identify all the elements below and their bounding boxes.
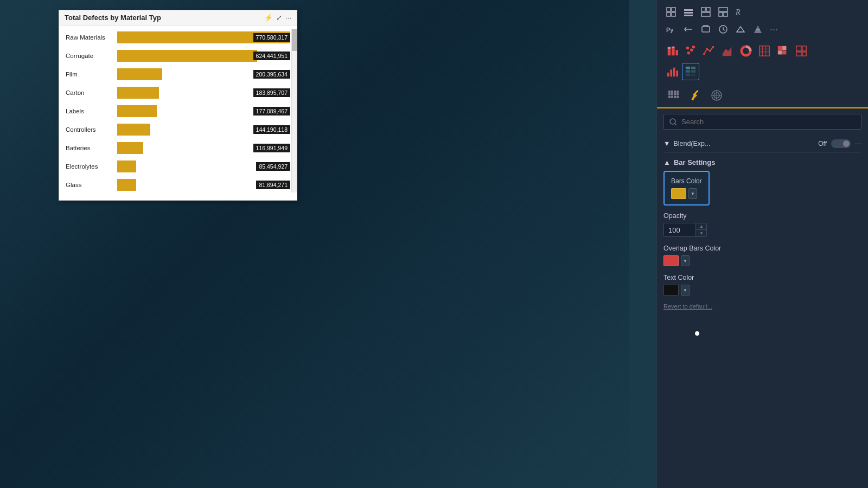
svg-rect-40 [778,46,782,50]
blend-chevron-down[interactable]: ▼ [663,140,670,147]
svg-point-29 [692,46,695,49]
viz-icon-line[interactable] [700,42,718,60]
viz-icon-tiles[interactable] [682,63,699,80]
viz-icon-2[interactable] [793,42,810,60]
ellipsis-label: ··· [768,24,780,35]
bar-value: 81,694,271 [256,181,290,189]
scrollbar-thumb [292,29,297,51]
svg-rect-41 [782,46,786,50]
tb-icon-8[interactable] [716,22,731,37]
svg-rect-43 [782,50,786,54]
tb-icon-9[interactable] [733,22,748,37]
overlap-color-swatch[interactable] [663,255,679,266]
svg-rect-7 [701,8,705,11]
tb-icon-py[interactable]: Py [663,22,679,37]
bar-fill [117,142,143,154]
blend-section-row: ▼ Blend(Exp... Off — [663,135,861,153]
tb-icon-7[interactable] [698,22,713,37]
toolbar-row-2: Py ··· [663,22,861,37]
svg-rect-8 [706,8,710,11]
svg-line-76 [675,124,676,125]
svg-point-31 [706,48,709,50]
grid-tb-icon[interactable] [663,86,683,105]
svg-rect-57 [691,74,695,76]
chart-body: Raw Materials770,580,317Corrugate624,441… [59,25,297,200]
svg-point-26 [686,47,690,50]
tb-icon-2[interactable] [681,4,696,20]
tb-icon-5[interactable]: R [733,4,748,20]
toolbar-top: R Py ··· [657,0,868,39]
svg-rect-5 [684,12,693,14]
svg-rect-10 [719,8,727,11]
svg-rect-58 [668,91,671,93]
tb-icon-3[interactable] [698,4,713,20]
bars-color-swatch[interactable] [671,188,686,199]
viz-icon-table[interactable] [756,42,773,60]
viz-icon-donut[interactable] [737,42,755,60]
svg-point-33 [712,46,714,48]
bar-settings-chevron[interactable]: ▲ [663,158,671,166]
bar-row: Labels177,089,467 [66,104,290,119]
bar-value: 770,580,317 [253,33,290,42]
revert-link[interactable]: Revert to default... [663,303,861,314]
opacity-down[interactable]: ▼ [696,230,707,236]
bar-row: Glass81,694,271 [66,177,290,192]
paint-tb-icon[interactable] [685,86,705,105]
toggle-line: — [855,140,861,147]
bar-label: Controllers [66,126,117,133]
more-icon[interactable]: ··· [285,14,291,22]
svg-rect-6 [684,15,693,16]
bars-color-swatch-row: ▼ [671,188,702,199]
search-icon [669,118,677,126]
bar-value: 116,991,949 [253,144,290,152]
svg-rect-51 [676,70,678,76]
bar-value: 624,441,951 [253,52,290,60]
bars-color-dropdown[interactable]: ▼ [688,188,697,199]
bar-settings-header: ▲ Bar Settings [663,153,861,171]
viz-icon-area[interactable] [719,42,736,60]
text-color-dropdown[interactable]: ▼ [681,285,690,296]
svg-point-30 [703,53,705,55]
bar-value: 144,190,118 [253,125,290,134]
svg-rect-4 [684,9,693,11]
bar-container: 200,395,634 [117,68,290,80]
opacity-row: Opacity ▲ ▼ [663,212,861,237]
filter-icon[interactable]: ⚡ [264,14,273,22]
viz-icon-heatmap[interactable] [774,42,792,60]
svg-text:Py: Py [666,27,674,33]
search-input[interactable] [681,118,856,126]
bar-row: Carton183,895,707 [66,85,290,100]
blend-toggle[interactable] [831,139,851,148]
tb-icon-1[interactable] [663,4,679,20]
toolbar-row-1: R [663,4,861,20]
tb-icon-6[interactable] [681,22,696,37]
bar-container: 144,190,118 [117,124,290,136]
svg-rect-65 [676,93,679,95]
bar-container: 624,441,951 [117,50,290,62]
svg-rect-35 [760,46,769,56]
chart-scrollbar[interactable] [291,29,297,192]
viz-icon-scatter[interactable] [682,42,699,60]
tb-icon-4[interactable] [716,4,731,20]
svg-rect-68 [674,96,676,98]
bar-label: Glass [66,182,117,188]
svg-rect-0 [667,8,671,11]
expand-icon[interactable]: ⤢ [276,14,282,22]
svg-rect-61 [676,91,679,93]
bar-label: Batteries [66,145,117,151]
bar-label: Film [66,71,117,78]
tb-icon-10[interactable] [750,22,765,37]
svg-rect-54 [686,70,690,73]
opacity-input[interactable] [664,224,695,236]
analytics-tb-icon[interactable] [707,86,726,105]
viz-icon-stacked-bar[interactable] [663,42,681,60]
overlap-color-btn: ▼ [663,255,861,266]
svg-rect-67 [671,96,673,98]
viz-icon-bar-chart[interactable] [663,63,681,80]
svg-line-19 [723,29,725,30]
opacity-up[interactable]: ▲ [696,223,707,230]
text-color-swatch[interactable] [663,285,679,296]
bar-value: 85,454,927 [256,162,290,171]
chart-panel: Total Defects by Material Typ ⚡ ⤢ ··· Ra… [59,10,297,201]
overlap-color-dropdown[interactable]: ▼ [681,255,690,266]
